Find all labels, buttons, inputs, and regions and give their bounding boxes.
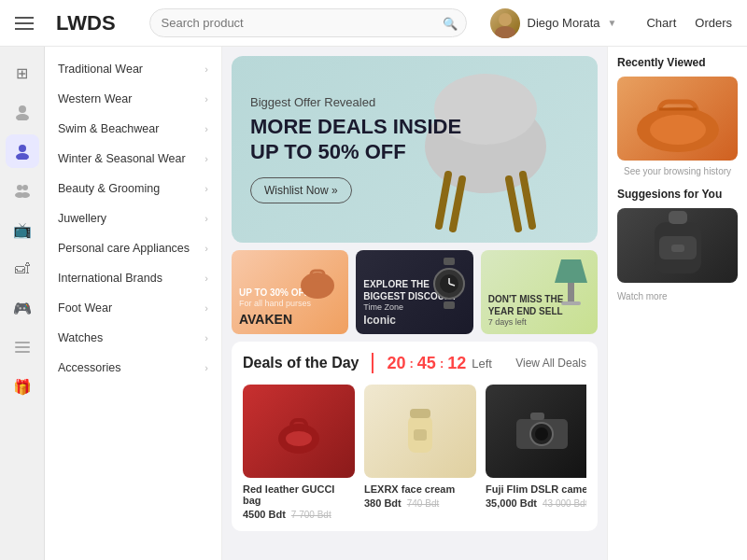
hero-banner[interactable]: Biggest Offer Revealed MORE DEALS INSIDE… [232, 56, 598, 243]
svg-point-9 [21, 192, 30, 198]
svg-rect-29 [561, 301, 581, 305]
username-label: Diego Morata [528, 16, 600, 30]
svg-rect-39 [530, 413, 544, 420]
deal-prices: 4500 Bdt 7 700 Bdt [243, 509, 355, 520]
category-accessories[interactable]: Accessories › [45, 353, 221, 383]
deals-title: Deals of the Day [243, 355, 359, 371]
deal-price-current: 4500 Bdt [243, 509, 286, 520]
arrow-icon: › [204, 273, 208, 284]
deal-price-original: 43 000 Bdt [543, 498, 586, 509]
svg-rect-21 [444, 258, 455, 265]
arrow-icon: › [204, 153, 208, 164]
recently-viewed-title: Recently Viewed [617, 56, 738, 69]
dropdown-arrow-icon: ▼ [608, 18, 617, 28]
search-bar: 🔍 [149, 8, 467, 37]
svg-marker-27 [555, 259, 587, 283]
deals-timer: 20 : 45 : 12 Left [387, 354, 491, 373]
main-layout: ⊞ 📺 🛋 🎮 🎁 Traditional Wear › Western Wea… [0, 47, 747, 560]
arrow-icon: › [204, 123, 208, 134]
svg-point-1 [495, 26, 515, 38]
sidebar-icon-furniture[interactable]: 🛋 [6, 252, 39, 286]
svg-line-18 [509, 179, 518, 229]
deal-name: Red leather GUCCI bag [243, 483, 355, 506]
arrow-icon: › [204, 93, 208, 105]
sidebar-icon-home[interactable]: ⊞ [6, 56, 39, 90]
sidebar-icon-user-active[interactable] [6, 134, 39, 168]
deals-section: Deals of the Day 20 : 45 : 12 Left View … [232, 342, 598, 531]
sidebar-icon-gift[interactable]: 🎁 [6, 370, 39, 403]
sub-banner-3-days: 7 days left [488, 317, 590, 327]
deals-minutes: 45 [417, 354, 436, 373]
deal-prices: 35,000 Bdt 43 000 Bdt [486, 497, 586, 509]
nav-chart[interactable]: Chart [646, 16, 676, 30]
hamburger-menu[interactable] [15, 17, 34, 30]
deal-item[interactable]: LEXRX face cream 380 Bdt 740 Bdt [364, 385, 476, 520]
deals-header: Deals of the Day 20 : 45 : 12 Left View … [243, 353, 586, 373]
nav-orders[interactable]: Orders [695, 16, 732, 30]
watch-more-link[interactable]: Watch more [617, 291, 668, 301]
sub-banner-purses[interactable]: UP TO 30% OFF For all hand purses AVAKEN [232, 250, 348, 334]
svg-rect-51 [669, 211, 687, 224]
category-footwear[interactable]: Foot Wear › [45, 293, 221, 323]
arrow-icon: › [204, 332, 208, 343]
arrow-icon: › [204, 243, 208, 254]
sub-banner-watches[interactable]: EXPLORE THE BIGGEST DISCOUNT Time Zone I… [356, 250, 472, 334]
sidebar-icon-tv[interactable]: 📺 [6, 213, 39, 246]
browse-history-link[interactable]: See your browsing history [617, 166, 738, 176]
sub-banner-sale[interactable]: DON'T MISS THE YEAR END SELL 7 days left [481, 250, 598, 334]
category-swim[interactable]: Swim & Beachwear › [45, 114, 221, 144]
arrow-icon: › [204, 183, 208, 194]
deal-image-camera [486, 385, 586, 478]
arrow-icon: › [204, 213, 208, 224]
category-juwellery[interactable]: Juwellery › [45, 203, 221, 233]
deal-name: LEXRX face cream [364, 483, 476, 495]
search-input[interactable] [149, 8, 467, 37]
svg-point-47 [650, 115, 706, 145]
svg-point-0 [499, 13, 512, 26]
category-international[interactable]: International Brands › [45, 263, 221, 293]
user-profile[interactable]: Diego Morata ▼ [490, 8, 617, 38]
deal-price-current: 380 Bdt [364, 497, 402, 509]
svg-rect-34 [410, 409, 430, 418]
right-panel: Recently Viewed See your browsing histor… [607, 47, 747, 560]
avatar [490, 8, 520, 38]
svg-rect-35 [414, 429, 427, 441]
sidebar-icon-users[interactable] [6, 174, 39, 207]
sub-banner-2-brand: Iconic [363, 314, 465, 327]
header: LWDS 🔍 Diego Morata ▼ Chart Orders [0, 0, 747, 47]
logo: LWDS [56, 11, 116, 35]
sidebar-icons: ⊞ 📺 🛋 🎮 🎁 [0, 47, 45, 560]
deal-name: Fuji Flim DSLR camera [486, 483, 586, 495]
view-all-deals-button[interactable]: View All Deals [515, 357, 586, 370]
suggestion-image[interactable] [617, 208, 738, 283]
category-winter[interactable]: Winter & Seasonal Wear › [45, 144, 221, 174]
arrow-icon: › [204, 63, 208, 75]
svg-point-2 [19, 105, 26, 113]
sub-banner-1-brand: AVAKEN [239, 312, 311, 327]
svg-rect-12 [15, 351, 30, 353]
sidebar-icon-games[interactable]: 🎮 [6, 291, 39, 325]
category-personal-care[interactable]: Personal care Appliances › [45, 233, 221, 263]
recently-viewed-image[interactable] [617, 77, 738, 161]
svg-point-19 [301, 273, 334, 299]
main-content: Biggest Offer Revealed MORE DEALS INSIDE… [222, 47, 607, 560]
sub-banners: UP TO 30% OFF For all hand purses AVAKEN… [232, 250, 598, 334]
category-traditional-wear[interactable]: Traditional Wear › [45, 54, 221, 84]
header-nav: Chart Orders [646, 16, 732, 30]
svg-rect-28 [568, 283, 574, 301]
category-beauty[interactable]: Beauty & Grooming › [45, 174, 221, 203]
svg-rect-26 [444, 301, 455, 309]
deal-image-cream [364, 385, 476, 478]
category-watches[interactable]: Watches › [45, 323, 221, 353]
deals-seconds: 12 [447, 354, 466, 373]
svg-point-32 [286, 431, 312, 446]
arrow-icon: › [204, 362, 208, 373]
deal-item[interactable]: Fuji Flim DSLR camera 35,000 Bdt 43 000 … [486, 385, 586, 520]
sidebar-icon-person[interactable] [6, 95, 39, 129]
wishlist-button[interactable]: Wishlist Now » [250, 177, 352, 203]
sidebar-icon-layers[interactable] [6, 330, 39, 364]
svg-point-38 [535, 427, 548, 441]
deal-item[interactable]: Red leather GUCCI bag 4500 Bdt 7 700 Bdt [243, 385, 355, 520]
category-western-wear[interactable]: Western Wear › [45, 84, 221, 114]
svg-rect-10 [15, 342, 30, 343]
